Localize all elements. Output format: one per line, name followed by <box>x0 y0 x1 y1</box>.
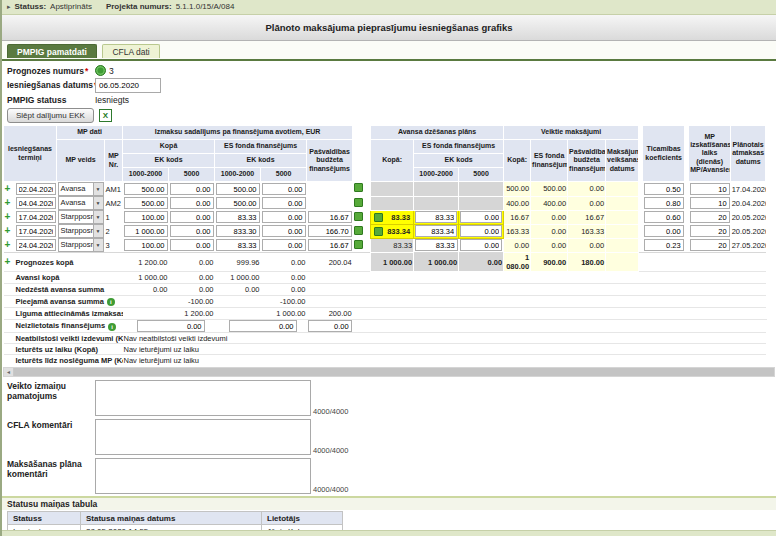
mp-nr: AM2 <box>105 196 123 210</box>
iesniegsanas-datums-input[interactable] <box>95 78 161 93</box>
es-5000-input[interactable] <box>262 197 306 209</box>
scroll-left-icon[interactable] <box>4 368 14 376</box>
note-icon[interactable] <box>354 198 363 207</box>
avansa-kopa-cell: 833.34 <box>371 224 414 238</box>
termini-date-input[interactable] <box>16 197 56 209</box>
avansa-5000-input[interactable] <box>460 239 503 251</box>
project-number-label: Projekta numurs: <box>106 0 172 14</box>
termini-date-input[interactable] <box>16 225 56 237</box>
info-icon[interactable] <box>107 298 115 306</box>
scrollbar-thumb[interactable] <box>14 368 774 376</box>
avansa-1000-input[interactable] <box>415 211 457 223</box>
kopa-5000-input[interactable] <box>170 211 214 223</box>
tab-cfla-dati[interactable]: CFLA dati <box>102 44 159 58</box>
mp-laiks-input[interactable] <box>690 211 730 223</box>
es-5000-input[interactable] <box>262 183 306 195</box>
add-row-icon[interactable] <box>5 184 11 194</box>
kopa-5000-input[interactable] <box>170 225 214 237</box>
ticamibas-input[interactable] <box>644 183 684 195</box>
col-veiktie-es: ES fonda finansējums <box>531 140 568 182</box>
termini-date-input[interactable] <box>16 183 56 195</box>
note-icon[interactable] <box>354 183 363 192</box>
avansa-5000-input[interactable] <box>460 211 502 223</box>
collapse-icon[interactable]: ▸ <box>7 0 11 14</box>
info-icon[interactable] <box>108 323 116 331</box>
cfla-komentari-textarea[interactable] <box>95 419 311 455</box>
ticamibas-input[interactable] <box>644 225 684 237</box>
es-1000-input[interactable] <box>216 197 260 209</box>
maksasanas-plana-textarea[interactable] <box>95 458 311 494</box>
mp-laiks-input[interactable] <box>690 239 730 251</box>
note-icon[interactable] <box>354 240 363 249</box>
info-icon[interactable] <box>374 213 383 222</box>
avansa-kopa-cell <box>371 196 414 210</box>
mp-veids-select[interactable]: Starpposma <box>58 238 104 252</box>
add-row-icon[interactable] <box>5 226 11 236</box>
add-row-icon[interactable] <box>5 212 11 222</box>
add-row-icon[interactable] <box>5 198 11 208</box>
mp-laiks-input[interactable] <box>690 225 730 237</box>
neizlietotais-pasv-input[interactable] <box>308 320 352 332</box>
es-5000-input[interactable] <box>262 211 306 223</box>
col-es-fonda: ES fonda finansējums <box>215 140 307 154</box>
kopa-5000-input[interactable] <box>170 183 214 195</box>
table-row: Starpposma 1 83.33 16.67 0.00 16.67 20.0… <box>4 210 768 224</box>
kopa-5000-input[interactable] <box>170 197 214 209</box>
veiktie-kopa-cell: 163.33 <box>504 224 531 238</box>
es-1000-input[interactable] <box>216 183 260 195</box>
total-pasvaldibas: 200.04 <box>307 253 353 272</box>
avansa-5000-input[interactable] <box>460 225 502 237</box>
termini-date-input[interactable] <box>16 239 56 251</box>
note-icon[interactable] <box>354 226 363 235</box>
avansa-1000-input[interactable] <box>415 239 458 251</box>
kopa-1000-input[interactable] <box>124 183 168 195</box>
ticamibas-input[interactable] <box>644 211 684 223</box>
slept-dalijumu-ekk-button[interactable]: Slēpt dalījumu EKK <box>7 108 94 123</box>
planotais-datums: 20.05.2020 <box>731 224 766 238</box>
mp-veids-select[interactable]: Avansa <box>58 196 104 210</box>
mp-veids-select[interactable]: Starpposma <box>58 224 104 238</box>
ieturets-laiku-value: Nav ieturējumi uz laiku <box>123 344 365 355</box>
kopa-1000-input[interactable] <box>124 197 168 209</box>
termini-date-input[interactable] <box>16 211 56 223</box>
table-row: Starpposma 2 833.34 163.33 0.00 163.33 2… <box>4 224 768 238</box>
es-1000-input[interactable] <box>216 225 260 237</box>
neizlietotais-kopa-input[interactable] <box>137 320 205 332</box>
kopa-1000-input[interactable] <box>124 225 168 237</box>
add-row-icon[interactable] <box>5 240 11 250</box>
neizlietotais-es-input[interactable] <box>229 320 297 332</box>
excel-export-icon[interactable] <box>99 109 112 122</box>
chevron-down-icon <box>93 239 103 251</box>
pasvaldibas-input[interactable] <box>308 225 352 237</box>
chevron-down-icon <box>93 183 103 195</box>
col-lietotajs: Lietotājs <box>262 512 343 525</box>
pasvaldibas-input[interactable] <box>308 239 352 251</box>
avansa-1000-input[interactable] <box>415 225 457 237</box>
col-5000: 5000 <box>169 168 215 182</box>
table-row: Avansa AM2 400.00 400.00 0.00 20.04.2020 <box>4 196 768 210</box>
pasvaldibas-input[interactable] <box>308 211 352 223</box>
kopa-1000-input[interactable] <box>124 211 168 223</box>
maks-datums-cell <box>606 182 639 197</box>
mp-veids-select[interactable]: Avansa <box>58 182 104 196</box>
status-bar: ▸ Statuss: Apstiprināts Projekta numurs:… <box>2 0 776 15</box>
avansa-kopa-cell: 83.33 <box>371 238 414 253</box>
ticamibas-input[interactable] <box>644 239 684 251</box>
es-1000-input[interactable] <box>216 239 260 251</box>
ticamibas-input[interactable] <box>644 197 684 209</box>
mp-veids-select[interactable]: Starpposma <box>58 210 104 224</box>
veikto-izmainu-textarea[interactable] <box>95 380 311 416</box>
es-1000-input[interactable] <box>216 211 260 223</box>
kopa-1000-input[interactable] <box>124 239 168 251</box>
note-icon[interactable] <box>354 212 363 221</box>
horizontal-scrollbar[interactable] <box>3 367 775 377</box>
total-avansa-kopa: 1 000.00 <box>371 253 414 272</box>
mp-laiks-input[interactable] <box>690 197 730 209</box>
info-icon[interactable] <box>374 227 383 236</box>
kopa-5000-input[interactable] <box>170 239 214 251</box>
mp-laiks-input[interactable] <box>690 183 730 195</box>
es-5000-input[interactable] <box>262 239 306 251</box>
es-5000-input[interactable] <box>262 225 306 237</box>
tab-pmpig-pamatdati[interactable]: PMPIG pamatdati <box>7 44 97 58</box>
add-row-icon[interactable] <box>5 257 11 267</box>
